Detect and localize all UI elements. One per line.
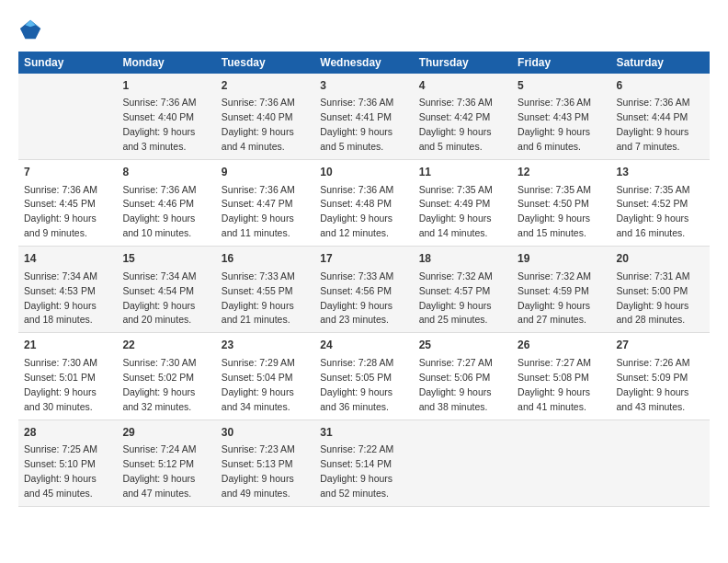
day-info: Sunrise: 7:34 AMSunset: 4:53 PMDaylight:…: [24, 270, 97, 326]
day-info: Sunrise: 7:26 AMSunset: 5:09 PMDaylight:…: [617, 357, 690, 412]
day-number: 3: [320, 78, 407, 94]
calendar-cell: [512, 419, 610, 506]
calendar-cell: 1 Sunrise: 7:36 AMSunset: 4:40 PMDayligh…: [117, 74, 215, 160]
calendar-cell: 15 Sunrise: 7:34 AMSunset: 4:54 PMDaylig…: [117, 247, 215, 333]
day-info: Sunrise: 7:36 AMSunset: 4:41 PMDaylight:…: [320, 97, 393, 152]
page: SundayMondayTuesdayWednesdayThursdayFrid…: [0, 0, 728, 563]
day-number: 9: [222, 165, 309, 180]
day-number: 13: [617, 165, 704, 180]
calendar-cell: 11 Sunrise: 7:35 AMSunset: 4:49 PMDaylig…: [414, 160, 512, 247]
logo: [18, 17, 48, 42]
day-info: Sunrise: 7:36 AMSunset: 4:47 PMDaylight:…: [222, 184, 295, 239]
day-info: Sunrise: 7:33 AMSunset: 4:55 PMDaylight:…: [222, 270, 295, 326]
day-number: 10: [320, 165, 407, 180]
day-number: 5: [518, 78, 605, 94]
day-info: Sunrise: 7:36 AMSunset: 4:46 PMDaylight:…: [122, 184, 196, 239]
day-info: Sunrise: 7:33 AMSunset: 4:56 PMDaylight:…: [320, 270, 393, 326]
day-number: 27: [617, 338, 704, 353]
calendar-cell: 12 Sunrise: 7:35 AMSunset: 4:50 PMDaylig…: [512, 160, 610, 247]
day-number: 16: [222, 251, 309, 267]
calendar-table: SundayMondayTuesdayWednesdayThursdayFrid…: [18, 52, 710, 507]
calendar-cell: 6 Sunrise: 7:36 AMSunset: 4:44 PMDayligh…: [611, 74, 710, 160]
calendar-cell: 3 Sunrise: 7:36 AMSunset: 4:41 PMDayligh…: [314, 74, 413, 160]
day-info: Sunrise: 7:36 AMSunset: 4:43 PMDaylight:…: [518, 97, 591, 152]
day-number: 11: [419, 165, 506, 180]
day-number: 29: [122, 425, 210, 441]
calendar-cell: 23 Sunrise: 7:29 AMSunset: 5:04 PMDaylig…: [216, 333, 314, 419]
calendar-cell: 29 Sunrise: 7:24 AMSunset: 5:12 PMDaylig…: [117, 419, 215, 506]
day-header-tuesday: Tuesday: [216, 52, 314, 74]
calendar-cell: 9 Sunrise: 7:36 AMSunset: 4:47 PMDayligh…: [216, 160, 314, 247]
week-row-0: 1 Sunrise: 7:36 AMSunset: 4:40 PMDayligh…: [18, 74, 710, 160]
day-number: 20: [617, 251, 704, 267]
calendar-cell: 28 Sunrise: 7:25 AMSunset: 5:10 PMDaylig…: [18, 419, 117, 506]
day-info: Sunrise: 7:25 AMSunset: 5:10 PMDaylight:…: [24, 443, 97, 499]
day-info: Sunrise: 7:27 AMSunset: 5:08 PMDaylight:…: [518, 357, 591, 412]
header-row: SundayMondayTuesdayWednesdayThursdayFrid…: [18, 52, 710, 74]
calendar-cell: [18, 74, 117, 160]
day-info: Sunrise: 7:36 AMSunset: 4:40 PMDaylight:…: [122, 97, 196, 152]
week-row-2: 14 Sunrise: 7:34 AMSunset: 4:53 PMDaylig…: [18, 247, 710, 333]
week-row-3: 21 Sunrise: 7:30 AMSunset: 5:01 PMDaylig…: [18, 333, 710, 419]
day-info: Sunrise: 7:27 AMSunset: 5:06 PMDaylight:…: [419, 357, 493, 412]
calendar-cell: 18 Sunrise: 7:32 AMSunset: 4:57 PMDaylig…: [414, 247, 512, 333]
calendar-cell: 17 Sunrise: 7:33 AMSunset: 4:56 PMDaylig…: [314, 247, 413, 333]
day-info: Sunrise: 7:31 AMSunset: 5:00 PMDaylight:…: [617, 270, 690, 326]
calendar-cell: 10 Sunrise: 7:36 AMSunset: 4:48 PMDaylig…: [314, 160, 413, 247]
day-number: 12: [518, 165, 605, 180]
day-number: 25: [419, 338, 506, 353]
day-number: 8: [122, 165, 210, 180]
calendar-cell: 24 Sunrise: 7:28 AMSunset: 5:05 PMDaylig…: [314, 333, 413, 419]
week-row-1: 7 Sunrise: 7:36 AMSunset: 4:45 PMDayligh…: [18, 160, 710, 247]
calendar-cell: 25 Sunrise: 7:27 AMSunset: 5:06 PMDaylig…: [414, 333, 512, 419]
day-info: Sunrise: 7:28 AMSunset: 5:05 PMDaylight:…: [320, 357, 393, 412]
day-number: 26: [518, 338, 605, 353]
calendar-cell: 19 Sunrise: 7:32 AMSunset: 4:59 PMDaylig…: [512, 247, 610, 333]
day-number: 2: [222, 78, 309, 94]
day-number: 15: [122, 251, 210, 267]
day-info: Sunrise: 7:35 AMSunset: 4:50 PMDaylight:…: [518, 184, 591, 239]
calendar-cell: 26 Sunrise: 7:27 AMSunset: 5:08 PMDaylig…: [512, 333, 610, 419]
day-number: 14: [24, 251, 111, 267]
day-info: Sunrise: 7:22 AMSunset: 5:14 PMDaylight:…: [320, 443, 393, 499]
day-number: 23: [222, 338, 309, 353]
day-info: Sunrise: 7:29 AMSunset: 5:04 PMDaylight:…: [222, 357, 295, 412]
day-info: Sunrise: 7:35 AMSunset: 4:52 PMDaylight:…: [617, 184, 690, 239]
day-number: 28: [24, 425, 111, 441]
calendar-cell: 16 Sunrise: 7:33 AMSunset: 4:55 PMDaylig…: [216, 247, 314, 333]
day-number: 18: [419, 251, 506, 267]
day-info: Sunrise: 7:23 AMSunset: 5:13 PMDaylight:…: [222, 443, 295, 499]
day-header-wednesday: Wednesday: [314, 52, 413, 74]
header: [18, 17, 710, 42]
day-info: Sunrise: 7:36 AMSunset: 4:42 PMDaylight:…: [419, 97, 493, 152]
day-number: 21: [24, 338, 111, 353]
day-number: 19: [518, 251, 605, 267]
calendar-cell: 27 Sunrise: 7:26 AMSunset: 5:09 PMDaylig…: [611, 333, 710, 419]
day-info: Sunrise: 7:36 AMSunset: 4:45 PMDaylight:…: [24, 184, 97, 239]
day-header-sunday: Sunday: [18, 52, 117, 74]
day-info: Sunrise: 7:36 AMSunset: 4:44 PMDaylight:…: [617, 97, 690, 152]
day-info: Sunrise: 7:32 AMSunset: 4:59 PMDaylight:…: [518, 270, 591, 326]
calendar-cell: [414, 419, 512, 506]
day-number: 31: [320, 425, 407, 441]
day-number: 7: [24, 165, 111, 180]
calendar-cell: 4 Sunrise: 7:36 AMSunset: 4:42 PMDayligh…: [414, 74, 512, 160]
logo-icon: [18, 17, 44, 42]
day-info: Sunrise: 7:35 AMSunset: 4:49 PMDaylight:…: [419, 184, 493, 239]
day-number: 6: [617, 78, 704, 94]
day-number: 1: [122, 78, 210, 94]
calendar-cell: 20 Sunrise: 7:31 AMSunset: 5:00 PMDaylig…: [611, 247, 710, 333]
calendar-cell: 22 Sunrise: 7:30 AMSunset: 5:02 PMDaylig…: [117, 333, 215, 419]
day-header-thursday: Thursday: [414, 52, 512, 74]
calendar-cell: 5 Sunrise: 7:36 AMSunset: 4:43 PMDayligh…: [512, 74, 610, 160]
calendar-cell: 14 Sunrise: 7:34 AMSunset: 4:53 PMDaylig…: [18, 247, 117, 333]
day-number: 4: [419, 78, 506, 94]
day-header-monday: Monday: [117, 52, 215, 74]
calendar-cell: 21 Sunrise: 7:30 AMSunset: 5:01 PMDaylig…: [18, 333, 117, 419]
day-number: 22: [122, 338, 210, 353]
day-number: 24: [320, 338, 407, 353]
day-info: Sunrise: 7:36 AMSunset: 4:40 PMDaylight:…: [222, 97, 295, 152]
calendar-cell: [611, 419, 710, 506]
day-info: Sunrise: 7:32 AMSunset: 4:57 PMDaylight:…: [419, 270, 493, 326]
calendar-cell: 7 Sunrise: 7:36 AMSunset: 4:45 PMDayligh…: [18, 160, 117, 247]
